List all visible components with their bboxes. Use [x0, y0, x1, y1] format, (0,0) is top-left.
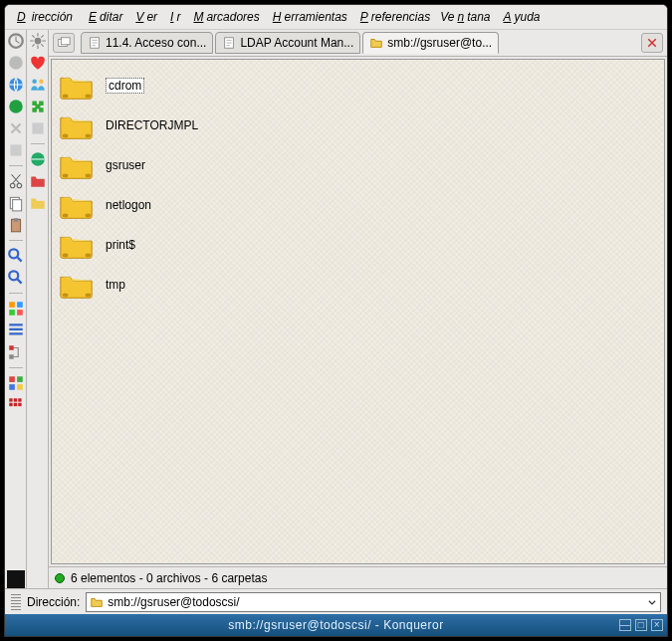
people-icon[interactable] — [29, 76, 47, 94]
folder-label: gsruser — [106, 158, 145, 172]
svg-point-44 — [86, 174, 92, 178]
network-icon[interactable] — [29, 150, 47, 168]
folder-icon — [369, 36, 383, 50]
svg-rect-10 — [13, 218, 18, 221]
paste-icon[interactable] — [7, 216, 25, 234]
window-title: smb://gsruser@todoscsi/ - Konqueror — [228, 618, 443, 632]
address-input[interactable] — [108, 595, 643, 609]
heart-icon[interactable] — [29, 54, 47, 72]
menu-ver[interactable]: Ver — [129, 8, 160, 26]
svg-rect-36 — [61, 38, 70, 45]
file-view[interactable]: cdromDIRECTORJMPLgsrusernetlogonprint$tm… — [51, 59, 665, 564]
svg-rect-8 — [12, 200, 21, 211]
folder-label: cdrom — [106, 78, 144, 94]
svg-point-41 — [63, 134, 69, 138]
statusbar: 6 elementos - 0 archivos - 6 carpetas — [49, 566, 667, 588]
close-tab-button[interactable] — [641, 33, 663, 53]
svg-point-6 — [17, 183, 22, 188]
tab-0[interactable]: 11.4. Acceso con... — [81, 32, 213, 54]
close-button[interactable]: × — [651, 619, 663, 631]
folder-item[interactable]: print$ — [56, 225, 660, 265]
svg-point-30 — [34, 38, 41, 45]
zoom1-icon[interactable] — [7, 247, 25, 265]
tabbar: 11.4. Acceso con... LDAP Account Man... … — [49, 30, 667, 57]
folder-item[interactable]: gsruser — [56, 145, 660, 185]
folder-item[interactable]: cdrom — [56, 66, 660, 106]
copy-icon[interactable] — [7, 194, 25, 212]
svg-point-45 — [63, 214, 69, 218]
menu-ayuda[interactable]: Ayuda — [498, 8, 544, 26]
stop-icon[interactable] — [7, 54, 25, 72]
tab-label: smb://gsruser@to... — [387, 36, 492, 50]
tab-1[interactable]: LDAP Account Man... — [215, 32, 360, 54]
document-icon — [88, 36, 102, 50]
svg-rect-15 — [9, 310, 15, 316]
new-tab-button[interactable] — [53, 33, 75, 53]
svg-rect-20 — [17, 376, 23, 382]
svg-point-5 — [10, 183, 15, 188]
menu-editar[interactable]: Editar — [83, 8, 125, 26]
history-icon[interactable] — [7, 32, 25, 50]
puzzle-icon[interactable] — [29, 98, 47, 115]
folder-icon — [90, 595, 104, 609]
svg-point-46 — [86, 214, 92, 218]
folder-icon — [58, 189, 96, 221]
svg-point-1 — [9, 56, 23, 70]
svg-rect-29 — [7, 570, 25, 588]
menu-direccion[interactable]: Dirección — [11, 8, 79, 26]
globe2-icon[interactable] — [7, 98, 25, 115]
globe-icon[interactable] — [7, 76, 25, 94]
zoom2-icon[interactable] — [7, 269, 25, 287]
grid-red-icon[interactable] — [7, 396, 25, 414]
svg-rect-22 — [17, 384, 23, 390]
moon-icon[interactable] — [7, 570, 25, 588]
status-text: 6 elementos - 0 archivos - 6 carpetas — [71, 571, 267, 585]
folder-item[interactable]: tmp — [56, 265, 660, 305]
svg-point-40 — [86, 95, 92, 99]
svg-rect-21 — [9, 384, 15, 390]
chevron-down-icon[interactable] — [647, 597, 657, 607]
menu-ir[interactable]: Ir — [164, 8, 183, 26]
maximize-button[interactable]: □ — [635, 619, 647, 631]
folder-item[interactable]: DIRECTORJMPL — [56, 106, 660, 145]
address-input-wrap[interactable] — [86, 592, 661, 612]
svg-point-39 — [63, 95, 69, 99]
svg-rect-16 — [17, 310, 23, 316]
view-icons-icon[interactable] — [7, 300, 25, 318]
cut-icon[interactable] — [7, 172, 25, 190]
svg-point-43 — [63, 174, 69, 178]
svg-point-11 — [9, 249, 18, 258]
svg-rect-33 — [32, 122, 43, 133]
tab-label: 11.4. Acceso con... — [106, 36, 206, 50]
svg-rect-26 — [9, 403, 12, 406]
svg-point-12 — [9, 271, 18, 280]
svg-point-48 — [86, 254, 92, 258]
svg-rect-14 — [17, 302, 23, 308]
svg-rect-24 — [13, 398, 16, 401]
folder-red-icon[interactable] — [29, 172, 47, 190]
windows-icon[interactable] — [7, 374, 25, 392]
folder-icon — [58, 149, 96, 181]
toolbar-handle-icon[interactable] — [11, 594, 21, 610]
folder-label: tmp — [106, 278, 125, 292]
menu-marcadores[interactable]: Marcadores — [187, 8, 262, 26]
view-list-icon[interactable] — [7, 321, 25, 339]
gear-icon[interactable] — [29, 32, 47, 50]
folder-label: print$ — [106, 238, 135, 252]
menu-herramientas[interactable]: Herramientas — [267, 8, 350, 26]
folder-icon — [58, 109, 96, 141]
folder-plain-icon[interactable] — [29, 194, 47, 212]
folder-icon — [58, 269, 96, 301]
tab-2[interactable]: smb://gsruser@to... — [362, 32, 499, 54]
address-bar: Dirección: — [5, 588, 667, 614]
svg-point-32 — [39, 79, 44, 84]
menu-preferencias[interactable]: Preferencias — [354, 8, 433, 26]
view-tree-icon[interactable] — [7, 343, 25, 361]
menu-ventana[interactable]: Ventana — [437, 8, 493, 26]
folder-item[interactable]: netlogon — [56, 185, 660, 225]
folder-icon — [58, 70, 96, 102]
svg-point-3 — [9, 100, 23, 113]
folder-label: netlogon — [106, 198, 151, 212]
minimize-button[interactable]: — — [619, 619, 631, 631]
svg-rect-17 — [9, 345, 14, 350]
